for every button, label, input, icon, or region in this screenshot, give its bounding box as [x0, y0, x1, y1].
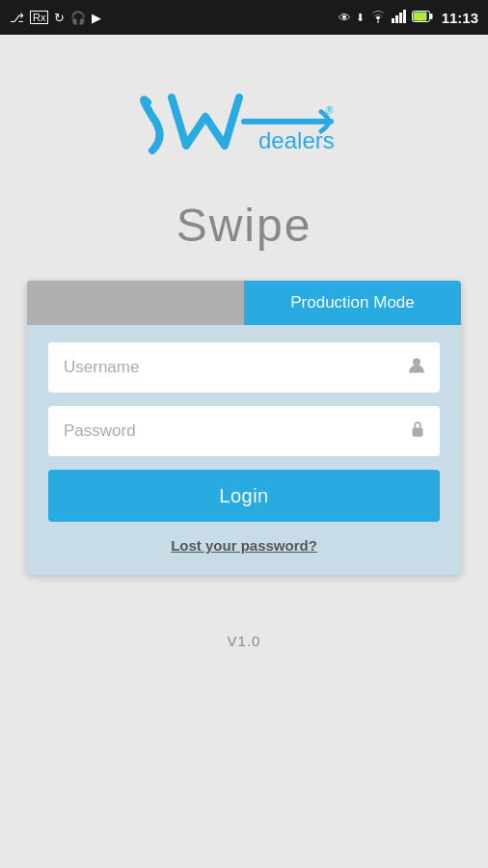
svg-text:⚡: ⚡ [417, 13, 426, 22]
mode-bar-inactive [27, 281, 244, 325]
mode-bar-active[interactable]: Production Mode [244, 281, 461, 325]
login-button[interactable]: Login [48, 470, 440, 522]
svg-rect-1 [395, 15, 398, 23]
app-title: Swipe [176, 199, 312, 252]
username-wrapper [48, 342, 440, 393]
login-card: Production Mode [27, 281, 461, 575]
svg-rect-0 [392, 18, 394, 23]
play-icon: ▶ [92, 11, 101, 25]
svg-point-11 [413, 359, 420, 366]
svg-text:dealers: dealers [258, 127, 335, 153]
battery-icon: ⚡ [412, 11, 433, 25]
signal-icon [392, 10, 407, 26]
brand-logo: dealers ® [119, 73, 369, 179]
svg-rect-3 [403, 10, 406, 23]
status-right-icons: 👁 ⬇ ⚡ [339, 10, 478, 26]
svg-rect-6 [430, 14, 433, 19]
mode-bar: Production Mode [27, 281, 461, 325]
password-input[interactable] [48, 406, 440, 456]
status-left-icons: ⎇ Rx ↻ 🎧 ▶ [10, 11, 101, 25]
download-icon: ⬇ [356, 12, 365, 24]
logo-area: dealers ® [119, 73, 369, 179]
wifi-icon [369, 10, 387, 26]
forgot-password-button[interactable]: Lost your password? [48, 537, 440, 554]
usb-icon: ⎇ [10, 11, 24, 25]
user-icon [407, 356, 426, 380]
svg-rect-12 [413, 428, 423, 437]
lock-icon [409, 420, 426, 444]
version-text: V1.0 [228, 633, 261, 649]
headphone-icon: 🎧 [70, 11, 86, 25]
eye-icon: 👁 [339, 11, 351, 25]
status-time: 11:13 [442, 10, 478, 26]
form-area: Login Lost your password? [27, 325, 461, 575]
refresh-icon: ↻ [54, 11, 65, 25]
main-content: dealers ® Swipe Production Mode [0, 35, 488, 868]
rx-icon: Rx [30, 11, 48, 24]
svg-rect-2 [399, 13, 402, 23]
mode-label: Production Mode [290, 293, 415, 312]
svg-text:®: ® [326, 105, 334, 116]
username-input[interactable] [48, 342, 440, 393]
status-bar: ⎇ Rx ↻ 🎧 ▶ 👁 ⬇ [0, 0, 488, 35]
password-wrapper [48, 406, 440, 456]
